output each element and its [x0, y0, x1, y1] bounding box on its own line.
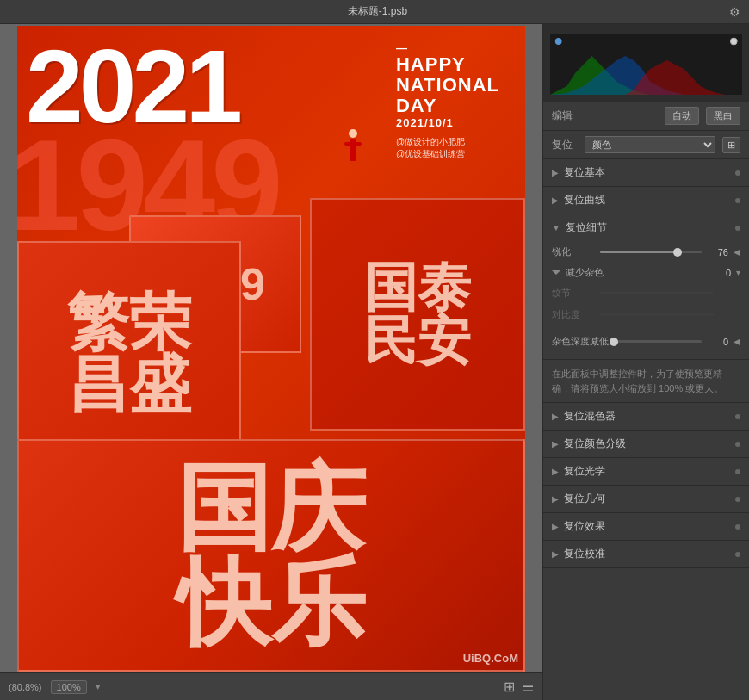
texture-label: 纹节 [552, 287, 595, 300]
cube-fanrong: 繁荣昌盛 [17, 241, 241, 465]
histogram-svg [550, 34, 742, 95]
sharpen-thumb[interactable] [673, 248, 682, 257]
composite-select[interactable]: 颜色 [585, 136, 715, 153]
author2-text: @优设基础训练营 [396, 148, 499, 160]
auto-button[interactable]: 自动 [665, 107, 699, 125]
effects-arrow-icon: ▶ [552, 522, 559, 531]
geometry-arrow-icon: ▶ [552, 494, 559, 504]
curves-arrow-icon: ▶ [552, 195, 559, 205]
mixer-section-dot [735, 414, 740, 419]
edit-label: 编辑 [552, 108, 573, 123]
zoom-value-input[interactable]: 100% [51, 680, 87, 694]
edit-row: 编辑 自动 黑白 [543, 102, 749, 131]
section-geometry-header[interactable]: ▶ 复位几何 [543, 486, 749, 513]
happy-national-text: — HAPPYNATIONALDAY 2021/10/1 @做设计的小肥肥 @优… [396, 41, 499, 161]
cubes-area: 1949 繁荣昌盛 国泰民安 国庆快乐 [17, 198, 525, 672]
zoom-percent-info: (80.8%) [9, 682, 42, 692]
person-arms [344, 142, 362, 146]
contrast-row: 对比度 [552, 304, 740, 325]
columns-view-icon[interactable]: ⚌ [522, 678, 534, 695]
sharpen-value: 76 [707, 247, 728, 257]
window-title: 未标题-1.psb [26, 4, 729, 19]
info-text: 在此面板中调整控件时，为了使预览更精确，请将预览大小缩放到 100% 或更大。 [543, 360, 749, 403]
main-content: 2021 — HAPPYNATIONALDAY 2021/10/1 @做设计的小… [0, 24, 749, 700]
section-colorgrade-header[interactable]: ▶ 复位颜色分级 [543, 431, 749, 458]
basic-section-label: 复位基本 [564, 165, 735, 180]
deep-denoise-label: 杂色深度减低 [552, 335, 609, 348]
composite-label: 复位 [552, 138, 578, 152]
denoise-chevron-icon[interactable]: ▾ [736, 268, 740, 277]
sharpen-label: 锐化 [552, 245, 595, 258]
gear-icon[interactable]: ⚙ [729, 5, 740, 19]
person-figure [344, 129, 362, 172]
colorgrade-section-label: 复位颜色分级 [564, 437, 735, 451]
zoom-chevron-icon[interactable]: ▾ [96, 681, 101, 692]
curves-section-label: 复位曲线 [564, 193, 735, 208]
calibrate-section-dot [735, 552, 740, 557]
detail-section-dot [735, 226, 740, 231]
detail-arrow-icon: ▼ [552, 223, 560, 232]
optics-section-label: 复位光学 [564, 464, 735, 479]
effects-section-dot [735, 524, 740, 530]
cube-guotai: 国泰民安 [310, 198, 525, 431]
section-detail-header[interactable]: ▼ 复位细节 [543, 214, 749, 241]
geometry-section-label: 复位几何 [564, 492, 735, 506]
geometry-section-dot [735, 497, 740, 502]
section-optics-header[interactable]: ▶ 复位光学 [543, 458, 749, 486]
svg-point-1 [555, 38, 562, 45]
deep-denoise-arrow-icon: ◀ [734, 337, 740, 346]
grid-view-icon[interactable]: ⊞ [504, 678, 515, 695]
sharpen-row: 锐化 76 ◀ [552, 241, 740, 263]
denoise-label: 减少杂色 [566, 266, 700, 279]
mixer-arrow-icon: ▶ [552, 412, 559, 421]
person-head [349, 129, 357, 138]
author1-text: @做设计的小肥肥 [396, 136, 499, 148]
status-icons: ⊞ ⚌ [504, 678, 534, 695]
cube-guoqing: 国庆快乐 [17, 439, 525, 672]
section-effects-header[interactable]: ▶ 复位效果 [543, 513, 749, 541]
dash-line: — [396, 41, 499, 54]
denoise-triangle-icon [552, 270, 560, 275]
sharpen-arrow-icon: ◀ [734, 247, 740, 257]
optics-arrow-icon: ▶ [552, 467, 559, 476]
calibrate-arrow-icon: ▶ [552, 549, 559, 559]
date-text: 2021/10/1 [396, 116, 499, 129]
mixer-section-label: 复位混色器 [564, 409, 735, 424]
denoise-value: 0 [705, 268, 731, 278]
artwork: 2021 — HAPPYNATIONALDAY 2021/10/1 @做设计的小… [17, 26, 525, 672]
composite-icon-btn[interactable]: ⊞ [722, 137, 740, 153]
right-panel: 编辑 自动 黑白 复位 颜色 ⊞ ▶ 复位基本 ▶ 复位曲线 ▼ [542, 24, 749, 700]
deep-denoise-thumb[interactable] [610, 338, 618, 346]
texture-row: 纹节 [552, 282, 740, 304]
detail-content: 锐化 76 ◀ 减少杂色 0 ▾ 纹节 [543, 241, 749, 360]
texture-track [600, 292, 714, 294]
cube-guotai-text: 国泰民安 [364, 261, 471, 368]
cube-guoqing-text: 国庆快乐 [176, 461, 366, 650]
curves-section-dot [735, 198, 740, 203]
calibrate-section-label: 复位校准 [564, 547, 735, 561]
deep-denoise-track[interactable] [614, 340, 702, 343]
watermark-text: UiBQ.CoM [463, 652, 518, 665]
canvas-statusbar: (80.8%) 100% ▾ ⊞ ⚌ [0, 672, 542, 700]
section-mixer-header[interactable]: ▶ 复位混色器 [543, 403, 749, 431]
composite-row: 复位 颜色 ⊞ [543, 131, 749, 159]
sharpen-track[interactable] [600, 251, 702, 253]
effects-section-label: 复位效果 [564, 519, 735, 534]
colorgrade-arrow-icon: ▶ [552, 439, 559, 449]
title-bar: 未标题-1.psb ⚙ [0, 0, 749, 24]
bw-button[interactable]: 黑白 [706, 107, 740, 125]
deep-denoise-value: 0 [707, 337, 728, 347]
denoise-header-row: 减少杂色 0 ▾ [552, 263, 740, 282]
sharpen-fill [600, 251, 678, 253]
section-calibrate-header[interactable]: ▶ 复位校准 [543, 541, 749, 568]
section-curves-header[interactable]: ▶ 复位曲线 [543, 187, 749, 214]
basic-section-dot [735, 170, 740, 176]
section-basic-header[interactable]: ▶ 复位基本 [543, 159, 749, 187]
basic-arrow-icon: ▶ [552, 168, 559, 177]
canvas-area: 2021 — HAPPYNATIONALDAY 2021/10/1 @做设计的小… [0, 24, 542, 700]
canvas-wrapper: 2021 — HAPPYNATIONALDAY 2021/10/1 @做设计的小… [0, 24, 542, 672]
colorgrade-section-dot [735, 442, 740, 447]
optics-section-dot [735, 469, 740, 474]
detail-section-label: 复位细节 [566, 220, 735, 235]
histogram-area [543, 24, 749, 102]
